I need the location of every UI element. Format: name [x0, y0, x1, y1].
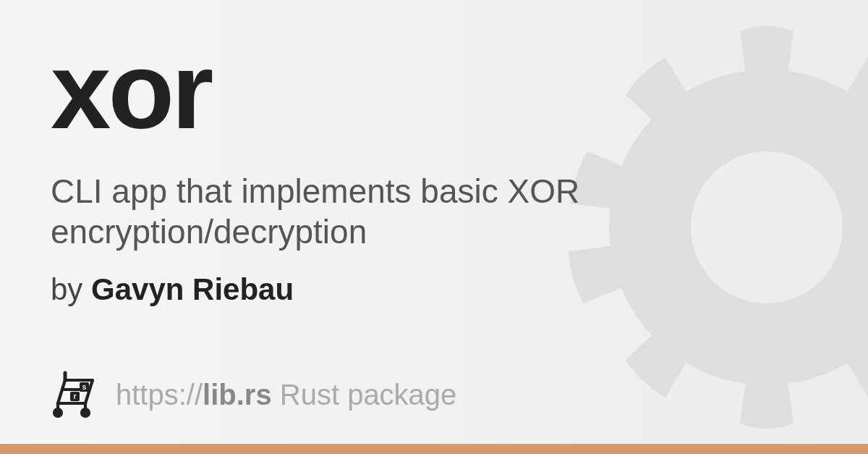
url-prefix: https://	[116, 379, 203, 411]
svg-text:s: s	[82, 383, 87, 391]
package-byline: by Gavyn Riebau	[51, 272, 817, 307]
package-description: CLI app that implements basic XOR encryp…	[51, 171, 644, 252]
svg-point-7	[54, 409, 61, 416]
byline-prefix: by	[51, 272, 91, 306]
package-author: Gavyn Riebau	[91, 272, 294, 306]
source-url: https://lib.rs Rust package	[116, 379, 456, 411]
url-suffix: Rust package	[272, 379, 457, 411]
url-domain: lib.rs	[203, 379, 272, 411]
package-title: xor	[51, 36, 817, 145]
librs-logo-icon: r s	[51, 370, 100, 419]
svg-text:r: r	[74, 392, 77, 400]
svg-point-8	[82, 409, 89, 416]
footer: r s https://lib.rs Rust package	[51, 370, 456, 419]
accent-bar	[0, 444, 868, 454]
card-content: xor CLI app that implements basic XOR en…	[0, 0, 868, 444]
